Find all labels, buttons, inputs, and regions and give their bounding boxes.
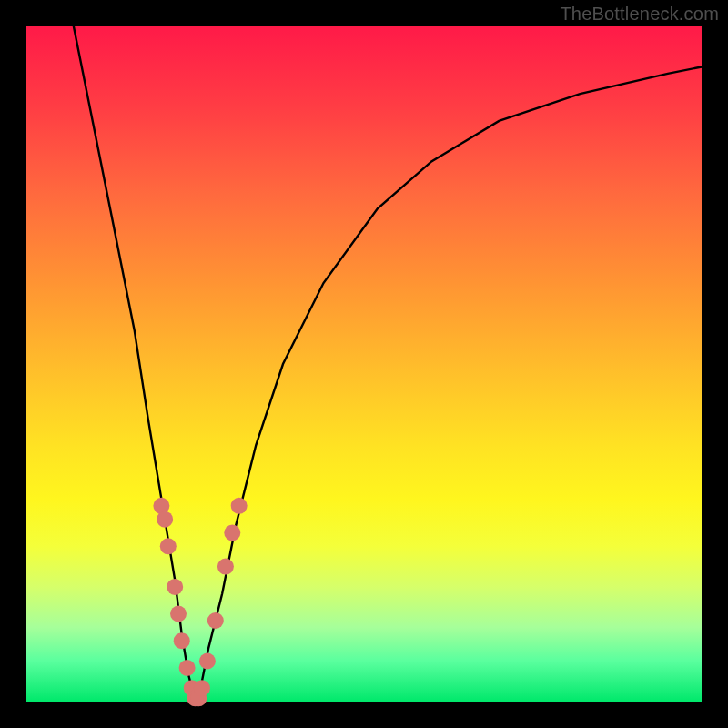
chart-overlay-svg (26, 26, 702, 702)
marker-dot (174, 632, 190, 649)
watermark-text: TheBottleneck.com (560, 4, 719, 25)
marker-dot (217, 559, 234, 575)
bottleneck-curve (74, 26, 702, 702)
marker-dot (231, 498, 248, 514)
marker-dot (179, 660, 196, 676)
marker-dot (194, 680, 210, 696)
marker-dot (167, 579, 183, 595)
marker-dot (157, 511, 173, 528)
marker-dot (170, 606, 187, 622)
marker-dot (160, 538, 177, 554)
marker-dot (199, 653, 216, 670)
chart-frame: TheBottleneck.com (0, 0, 728, 728)
marker-dot (224, 525, 240, 541)
marker-dot (207, 612, 224, 629)
